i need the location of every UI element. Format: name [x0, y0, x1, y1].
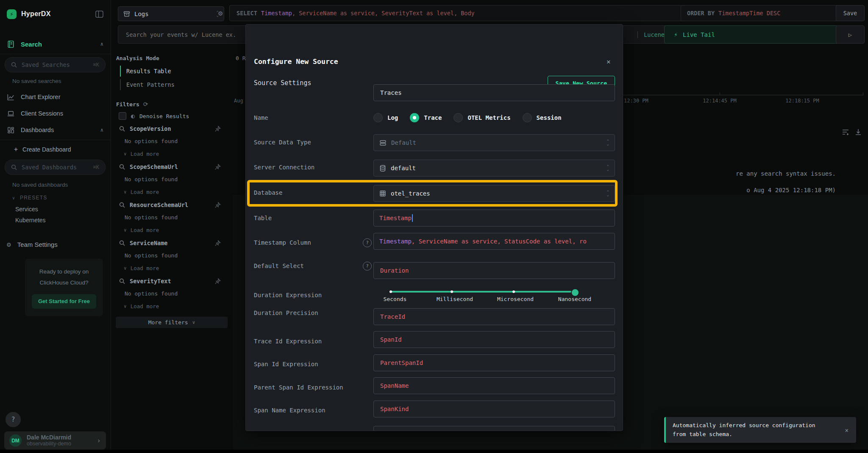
chevron-up-icon[interactable]: ∧ [100, 127, 103, 133]
pin-icon[interactable] [214, 164, 221, 170]
filter-group: ScopeVersion No options found ∨ Load mor… [111, 124, 233, 158]
orderby-input[interactable]: ORDER BY TimestampTime DESC [681, 5, 844, 21]
pin-icon[interactable] [214, 240, 221, 246]
brand-name: HyperDX [21, 10, 51, 18]
presets-toggle[interactable]: ∨ PRESETS [12, 194, 47, 202]
refresh-icon[interactable]: ⟳ [143, 101, 148, 108]
lucene-mode-badge[interactable]: Lucene [637, 31, 665, 38]
field-label-duration-expression: Duration Expression [254, 292, 322, 298]
span-name-input[interactable] [373, 377, 615, 394]
footer-strip [0, 450, 868, 453]
slider-thumb[interactable] [571, 288, 579, 297]
user-card[interactable]: DM Dale McDiarmid observability-demo › [4, 431, 106, 450]
results-count-fragment: 0 R [236, 55, 245, 61]
save-button[interactable]: Save [836, 5, 865, 21]
radio-otel-metrics[interactable] [453, 113, 463, 122]
live-tail-button[interactable]: ⚡ Live Tail [664, 25, 850, 44]
radio-log[interactable] [373, 113, 383, 122]
avatar: DM [9, 434, 22, 447]
database-select[interactable]: default ⌃⌄ [373, 160, 615, 177]
wrap-lines-icon[interactable] [842, 128, 849, 136]
close-icon[interactable]: ✕ [845, 427, 849, 434]
default-select-input[interactable]: Timestamp, ServiceName as service, Statu… [373, 233, 615, 250]
radio-trace[interactable] [410, 113, 419, 122]
duration-expression-input[interactable] [373, 262, 615, 279]
search-icon [119, 278, 125, 284]
help-button[interactable]: ? [6, 412, 21, 427]
source-select[interactable]: Logs ⌃⌄ [118, 6, 224, 21]
timestamp-column-input[interactable]: Timestamp [373, 210, 615, 226]
clipped-input[interactable] [373, 426, 615, 431]
analysis-mode-results-table[interactable]: Results Table [120, 66, 222, 77]
download-icon[interactable] [854, 128, 862, 136]
filter-no-options: No options found [111, 138, 233, 144]
get-started-button[interactable]: Get Started for Free [32, 294, 96, 309]
filter-load-more[interactable]: ∨ Load more [111, 149, 233, 158]
saved-searches-search[interactable]: ⌘K [5, 57, 106, 72]
filter-group-header[interactable]: ScopeSchemaUrl [111, 162, 233, 172]
duration-precision-slider[interactable] [389, 291, 575, 293]
select-chevrons-icon: ⌃⌄ [607, 165, 609, 171]
pin-icon[interactable] [214, 278, 221, 285]
trace-id-input[interactable] [373, 308, 615, 325]
bolt-icon: ⚡ [674, 31, 678, 39]
user-org: observability-demo [27, 441, 71, 447]
sidebar-item-search[interactable]: Search ∧ [7, 38, 103, 50]
radio-session[interactable] [523, 113, 532, 122]
filter-load-more[interactable]: ∨ Load more [111, 188, 233, 196]
sidebar-item-dashboards[interactable]: Dashboards ∧ [7, 124, 103, 136]
field-label-table: Table [254, 215, 272, 221]
sql-select-input[interactable]: SELECT Timestamp , ServiceName as servic… [229, 5, 691, 21]
more-filters-button[interactable]: More filters ∨ [116, 317, 228, 328]
filter-load-more[interactable]: ∨ Load more [111, 226, 233, 234]
pin-icon[interactable] [214, 126, 221, 132]
saved-dashboards-input[interactable] [21, 163, 86, 171]
panel-toggle-icon[interactable] [95, 11, 103, 18]
radio-log-label[interactable]: Log [387, 114, 398, 121]
close-icon[interactable]: ✕ [606, 58, 611, 66]
radio-session-label[interactable]: Session [537, 114, 562, 121]
span-id-input[interactable] [373, 331, 615, 348]
filter-load-more[interactable]: ∨ Load more [111, 302, 233, 310]
dashboard-grid-icon [7, 126, 15, 134]
filter-load-more[interactable]: ∨ Load more [111, 264, 233, 272]
filter-group-header[interactable]: ScopeVersion [111, 124, 233, 134]
gear-icon[interactable]: ⚙ [218, 9, 223, 17]
run-query-button[interactable]: ▷ [836, 25, 865, 44]
saved-searches-input[interactable] [21, 61, 86, 69]
server-connection-select[interactable]: Default ⌃⌄ [373, 134, 615, 151]
sidebar-item-team-settings[interactable]: ⚙ Team Settings [7, 238, 103, 250]
filter-group-header[interactable]: ServiceName [111, 238, 233, 248]
sidebar-item-services[interactable]: Services [15, 206, 38, 213]
sql-rest: , ServiceName as service, SeverityText a… [292, 10, 475, 17]
search-icon [119, 240, 125, 246]
user-name: Dale McDiarmid [27, 434, 71, 441]
radio-otel-metrics-label[interactable]: OTEL Metrics [467, 114, 510, 121]
slider-label-nanosecond: Nanosecond [558, 296, 591, 302]
table-select[interactable]: otel_traces ⌃⌄ [373, 185, 615, 202]
denoise-checkbox[interactable] [119, 112, 126, 120]
chart-icon [7, 93, 15, 101]
time-axis-tick [720, 92, 720, 95]
create-dashboard-button[interactable]: + Create Dashboard [14, 144, 71, 155]
select-chevrons-icon: ⌃⌄ [607, 191, 609, 196]
filter-group-header[interactable]: ResourceSchemaUrl [111, 200, 233, 210]
denoise-results-row[interactable]: ◐ Denoise Results [119, 112, 189, 120]
database-icon [379, 165, 386, 172]
field-label-timestamp-column: Timestamp Column [254, 239, 311, 246]
chevron-up-icon[interactable]: ∧ [100, 41, 103, 47]
sidebar-item-client-sessions[interactable]: Client Sessions [7, 108, 103, 119]
sidebar-item-kubernetes[interactable]: Kubernetes [15, 217, 46, 224]
analysis-mode-event-patterns[interactable]: Event Patterns [120, 79, 222, 90]
parent-span-id-input[interactable] [373, 354, 615, 371]
sidebar-item-chart-explorer[interactable]: Chart Explorer [7, 91, 103, 103]
field-label-span-id: Span Id Expression [254, 361, 318, 367]
search-icon [119, 202, 125, 208]
span-kind-input[interactable] [373, 401, 615, 417]
saved-dashboards-search[interactable]: ⌘K [5, 160, 106, 175]
filter-group-header[interactable]: SeverityText [111, 276, 233, 286]
radio-trace-label[interactable]: Trace [424, 114, 442, 121]
name-input[interactable] [373, 84, 615, 101]
pin-icon[interactable] [214, 202, 221, 208]
table-grid-icon [379, 190, 386, 197]
